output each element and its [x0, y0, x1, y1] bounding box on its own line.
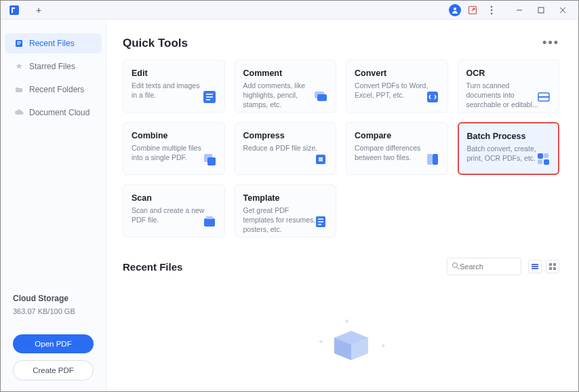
template-icon — [313, 214, 329, 230]
sidebar-item-recent-files[interactable]: Recent Files — [5, 33, 102, 54]
svg-rect-29 — [433, 154, 438, 165]
convert-icon — [424, 89, 441, 105]
tool-desc: Batch convert, create, print, OCR PDFs, … — [467, 144, 542, 163]
sidebar-item-label: Recent Files — [29, 39, 75, 48]
cloud-storage-label: Cloud Storage — [13, 294, 94, 303]
svg-rect-30 — [538, 153, 543, 159]
more-icon[interactable] — [484, 3, 499, 18]
tool-title: Batch Process — [467, 132, 551, 141]
tool-card-ocr[interactable]: OCR Turn scanned documents into searchab… — [458, 60, 560, 113]
tool-card-compress[interactable]: Compress Reduce a PDF file size. — [235, 122, 337, 175]
tool-title: Template — [243, 193, 328, 203]
scan-icon — [201, 214, 218, 230]
tool-title: OCR — [466, 68, 551, 78]
svg-rect-33 — [544, 159, 549, 165]
tool-title: Compare — [355, 131, 439, 140]
sidebar-item-starred-files[interactable]: Starred Files — [5, 56, 102, 77]
svg-rect-45 — [549, 263, 552, 266]
svg-rect-38 — [318, 221, 323, 222]
tool-title: Scan — [132, 193, 216, 203]
tool-desc: Reduce a PDF file size. — [243, 143, 318, 153]
doc-icon — [14, 39, 24, 48]
tool-card-compare[interactable]: Compare Compare differences between two … — [346, 122, 448, 175]
sidebar-item-label: Document Cloud — [29, 108, 89, 117]
open-pdf-button[interactable]: Open PDF — [13, 334, 94, 353]
svg-rect-28 — [427, 154, 433, 165]
svg-point-7 — [491, 12, 493, 14]
svg-rect-13 — [17, 41, 21, 42]
edit-icon — [201, 89, 218, 105]
svg-rect-39 — [318, 224, 321, 225]
tool-desc: Scan and create a new PDF file. — [132, 205, 206, 224]
svg-rect-44 — [532, 268, 538, 269]
sidebar: Recent Files Starred Files Recent Folder… — [1, 20, 106, 392]
svg-rect-42 — [532, 264, 538, 265]
tool-desc: Turn scanned documents into searchable o… — [466, 81, 541, 110]
empty-state: + + + — [123, 316, 559, 357]
view-grid-button[interactable] — [546, 260, 559, 273]
avatar[interactable] — [449, 4, 461, 16]
svg-rect-35 — [206, 216, 213, 219]
svg-rect-26 — [207, 157, 216, 165]
svg-text:+: + — [319, 337, 323, 347]
tool-card-template[interactable]: Template Get great PDF templates for res… — [235, 184, 337, 237]
star-icon — [14, 62, 24, 71]
svg-rect-19 — [206, 99, 210, 100]
tool-desc: Compare differences between two files. — [355, 143, 429, 162]
empty-box-icon: + + + — [311, 316, 372, 357]
tool-title: Compress — [243, 131, 328, 140]
titlebar: + — [1, 1, 578, 20]
create-pdf-button[interactable]: Create PDF — [13, 360, 94, 380]
tool-card-comment[interactable]: Comment Add comments, like highlights, p… — [235, 60, 337, 113]
search-input[interactable] — [460, 262, 514, 271]
new-tab-button[interactable]: + — [32, 3, 45, 17]
svg-rect-24 — [538, 96, 549, 98]
svg-rect-18 — [206, 96, 213, 98]
view-list-button[interactable] — [528, 260, 542, 273]
tool-title: Edit — [132, 68, 216, 78]
tool-desc: Get great PDF templates for resumes, pos… — [243, 205, 318, 235]
tool-card-convert[interactable]: Convert Convert PDFs to Word, Excel, PPT… — [346, 60, 448, 113]
svg-text:+: + — [381, 341, 386, 351]
svg-rect-0 — [9, 5, 19, 15]
search-box[interactable] — [447, 258, 521, 275]
svg-point-5 — [491, 5, 493, 7]
maximize-button[interactable] — [532, 1, 550, 19]
sidebar-item-recent-folders[interactable]: Recent Folders — [5, 79, 102, 100]
ocr-icon — [536, 89, 552, 105]
tool-card-combine[interactable]: Combine Combine multiple files into a si… — [123, 122, 225, 175]
svg-rect-48 — [553, 267, 556, 270]
minimize-button[interactable] — [511, 1, 528, 19]
sidebar-item-label: Recent Folders — [29, 85, 84, 94]
svg-rect-31 — [544, 153, 548, 158]
compress-icon — [313, 151, 329, 168]
sidebar-item-document-cloud[interactable]: Document Cloud — [5, 102, 102, 123]
tool-desc: Convert PDFs to Word, Excel, PPT, etc. — [355, 81, 429, 100]
svg-rect-43 — [532, 266, 538, 267]
batch-icon — [535, 151, 551, 167]
tool-card-scan[interactable]: Scan Scan and create a new PDF file. — [123, 184, 225, 237]
svg-rect-47 — [549, 267, 552, 270]
quick-tools-more-icon[interactable]: ••• — [542, 36, 559, 50]
svg-point-6 — [491, 9, 493, 11]
share-icon[interactable] — [465, 3, 480, 18]
tool-desc: Combine multiple files into a single PDF… — [132, 143, 206, 162]
search-icon — [452, 260, 460, 273]
svg-text:+: + — [344, 317, 349, 326]
tool-desc: Add comments, like highlights, pencil, s… — [243, 81, 318, 110]
svg-line-41 — [457, 267, 459, 269]
svg-rect-37 — [318, 218, 323, 220]
folder-icon — [14, 85, 24, 94]
tool-card-batch-process[interactable]: Batch Process Batch convert, create, pri… — [458, 122, 560, 175]
app-logo-icon — [7, 3, 21, 17]
cloud-storage-size: 363.07 KB/100 GB — [13, 307, 94, 315]
svg-rect-34 — [204, 218, 215, 227]
tool-card-edit[interactable]: Edit Edit texts and images in a file. — [123, 60, 225, 113]
close-button[interactable] — [554, 1, 572, 19]
quick-tools-title: Quick Tools — [123, 37, 188, 50]
combine-icon — [201, 151, 218, 168]
svg-point-40 — [453, 263, 458, 268]
svg-rect-2 — [12, 7, 13, 13]
tool-desc: Edit texts and images in a file. — [132, 81, 206, 100]
comment-icon — [313, 89, 329, 105]
